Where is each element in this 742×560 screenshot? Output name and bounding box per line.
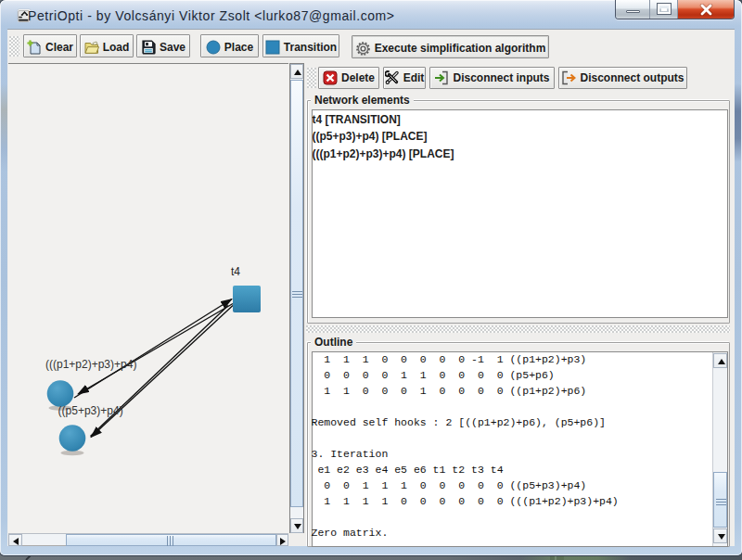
svg-text:(((p1+p2)+p3)+p4): (((p1+p2)+p3)+p4) [45, 358, 136, 371]
svg-text:t4: t4 [231, 265, 240, 278]
svg-text:((p5+p3)+p4): ((p5+p3)+p4) [58, 404, 123, 417]
